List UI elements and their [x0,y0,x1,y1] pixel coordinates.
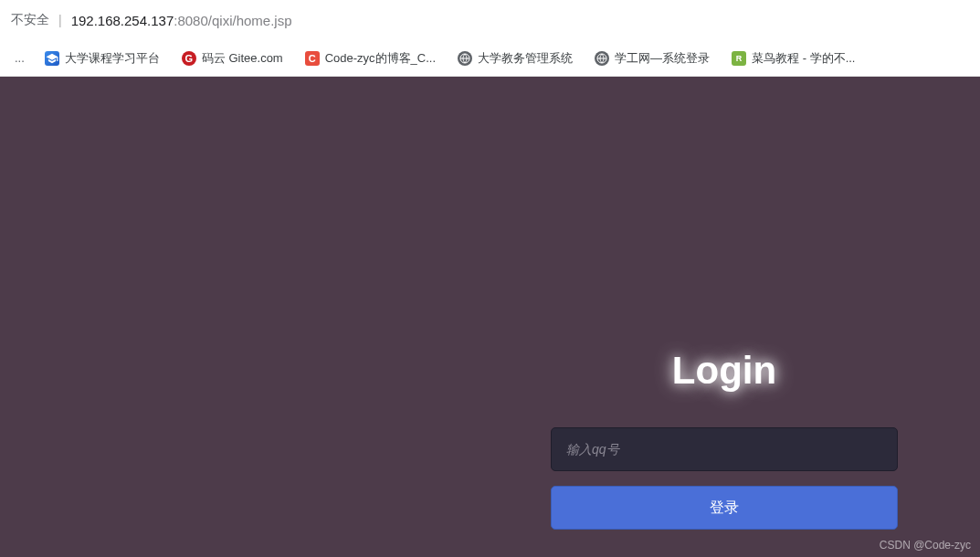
bookmark-item-platform[interactable]: 大学课程学习平台 [36,45,169,72]
watermark: CSDN @Code-zyc [880,539,971,552]
globe-icon [458,51,472,66]
bookmark-label: 大学课程学习平台 [65,50,160,67]
url-path: :8080/qixi/home.jsp [174,13,291,28]
bookmark-item-xuegong[interactable]: 学工网—系统登录 [585,45,719,72]
login-title: Login [672,349,776,393]
csdn-icon: C [305,51,320,66]
login-button[interactable]: 登录 [551,486,898,530]
url-text[interactable]: 192.168.254.137:8080/qixi/home.jsp [71,13,292,28]
bookmark-item-gitee[interactable]: G 码云 Gitee.com [173,45,292,72]
qq-input[interactable] [551,427,898,471]
bookmarks-bar: ... 大学课程学习平台 G 码云 Gitee.com C Code-zyc的博… [0,40,980,77]
bookmarks-overflow[interactable]: ... [7,51,32,65]
security-label: 不安全 [11,12,49,28]
bookmark-label: 学工网—系统登录 [615,50,710,67]
bookmark-item-jiaowu[interactable]: 大学教务管理系统 [448,45,582,72]
bookmark-label: 码云 Gitee.com [202,50,283,67]
bookmark-item-runoob[interactable]: R 菜鸟教程 - 学的不... [722,45,864,72]
bookmark-label: 菜鸟教程 - 学的不... [752,50,855,67]
runoob-icon: R [732,51,746,66]
login-form: Login 登录 [551,349,898,530]
globe-icon [595,51,609,66]
gitee-icon: G [182,51,196,66]
bookmark-label: 大学教务管理系统 [478,50,573,67]
page-content: Login 登录 CSDN @Code-zyc [0,77,980,557]
bookmark-item-blog[interactable]: C Code-zyc的博客_C... [296,45,445,72]
address-separator: | [58,13,62,27]
bookmark-label: Code-zyc的博客_C... [325,50,436,67]
address-bar: 不安全 | 192.168.254.137:8080/qixi/home.jsp [0,0,980,40]
graduation-cap-icon [45,51,59,66]
url-host: 192.168.254.137 [71,13,174,28]
